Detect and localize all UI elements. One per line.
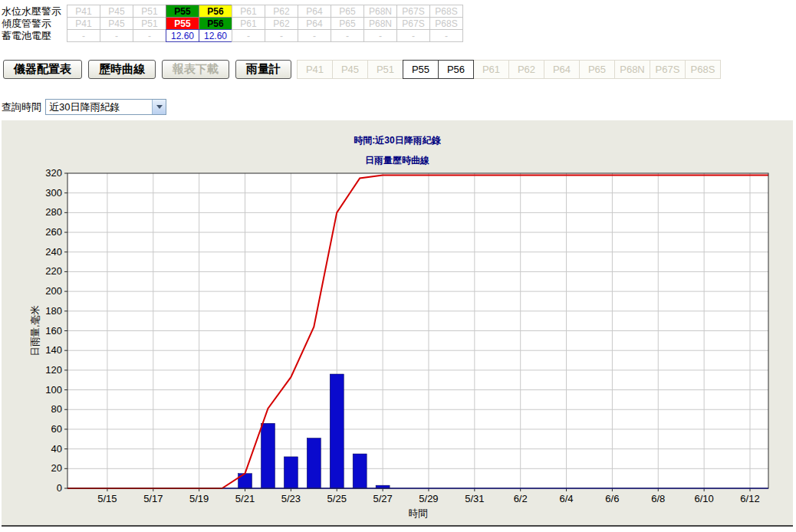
chart-subtitle: 日雨量歷時曲線 xyxy=(2,154,793,167)
bar-5-25 xyxy=(330,374,344,488)
rainfall-chart: 0204060801001201401601802002202402602803… xyxy=(2,169,791,524)
status-cell-2--: - xyxy=(133,29,166,42)
status-cell-2--: - xyxy=(363,29,397,42)
x-tick-label: 6/10 xyxy=(694,493,713,504)
y-tick-label: 300 xyxy=(45,187,62,199)
x-tick-label: 5/23 xyxy=(281,493,301,504)
status-row-0: 水位水壓警示P41P45P51P55P56P61P62P64P65P68NP67… xyxy=(2,5,796,18)
y-tick-label: 60 xyxy=(51,423,62,435)
chevron-down-icon xyxy=(156,105,163,109)
x-axis-title: 時間 xyxy=(409,508,428,519)
station-tab-P64: P64 xyxy=(544,60,580,79)
station-tab-P68N: P68N xyxy=(614,60,650,79)
status-cell-1-P64: P64 xyxy=(298,17,331,30)
x-tick-label: 5/25 xyxy=(327,493,347,504)
status-row-2: 蓄電池電壓---12.6012.60------- xyxy=(2,29,796,42)
status-cell-0-P45: P45 xyxy=(100,5,133,18)
station-tab-P55[interactable]: P55 xyxy=(403,60,439,79)
status-row-label: 蓄電池電壓 xyxy=(2,29,67,42)
query-time-label: 查詢時間 xyxy=(2,100,41,114)
station-tab-P62: P62 xyxy=(508,60,544,79)
station-tab-P41: P41 xyxy=(297,60,333,79)
status-cell-1-P41: P41 xyxy=(67,17,100,30)
x-tick-label: 5/15 xyxy=(97,493,117,504)
y-tick-label: 220 xyxy=(45,265,62,277)
y-tick-label: 40 xyxy=(51,443,62,455)
x-tick-label: 6/8 xyxy=(651,493,665,504)
status-row-label: 傾度管警示 xyxy=(2,17,67,30)
status-cell-1-P61: P61 xyxy=(232,17,265,30)
y-tick-label: 240 xyxy=(45,246,62,258)
status-cell-2-12_60: 12.60 xyxy=(166,29,199,42)
status-cell-0-P64: P64 xyxy=(298,5,331,18)
station-tab-P51: P51 xyxy=(367,60,403,79)
station-tab-P56[interactable]: P56 xyxy=(438,60,474,79)
status-cell-1-P67S: P67S xyxy=(396,17,430,30)
status-cell-1-P56[interactable]: P56 xyxy=(199,17,232,30)
y-tick-label: 140 xyxy=(45,344,62,356)
monitoring-page: 水位水壓警示P41P45P51P55P56P61P62P64P65P68NP67… xyxy=(0,0,796,527)
toolbar-button-1[interactable]: 儀器配置表 xyxy=(3,60,82,79)
status-cell-1-P65: P65 xyxy=(331,17,364,30)
station-tab-P68S: P68S xyxy=(685,60,721,79)
status-cell-0-P68S: P68S xyxy=(429,5,463,18)
status-cell-1-P68N: P68N xyxy=(363,17,397,30)
alert-status-table: 水位水壓警示P41P45P51P55P56P61P62P64P65P68NP67… xyxy=(2,5,796,42)
y-axis-title: 日雨量,毫米 xyxy=(30,305,41,356)
station-tab-P65: P65 xyxy=(579,60,615,79)
toolbar-buttons: 儀器配置表歷時曲線報表下載雨量計 xyxy=(3,60,298,79)
toolbar-button-2[interactable]: 歷時曲線 xyxy=(88,60,156,79)
status-cell-0-P68N: P68N xyxy=(363,5,397,18)
bar-5-26 xyxy=(353,454,367,488)
status-row-1: 傾度管警示P41P45P51P55P56P61P62P64P65P68NP67S… xyxy=(2,17,796,30)
y-tick-label: 20 xyxy=(51,462,62,474)
y-tick-label: 100 xyxy=(45,384,62,396)
y-tick-label: 260 xyxy=(45,226,62,238)
station-tab-P45: P45 xyxy=(332,60,368,79)
status-cell-1-P45: P45 xyxy=(100,17,133,30)
station-tabs: P41P45P51P55P56P61P62P64P65P68NP67SP68S xyxy=(298,60,721,79)
x-tick-label: 6/6 xyxy=(605,493,619,504)
y-tick-label: 200 xyxy=(45,285,62,297)
status-row-label: 水位水壓警示 xyxy=(2,5,67,18)
x-tick-label: 5/31 xyxy=(465,493,484,504)
y-tick-label: 180 xyxy=(45,305,62,317)
y-tick-label: 0 xyxy=(57,482,62,494)
x-tick-label: 6/12 xyxy=(740,493,759,504)
query-time-select[interactable]: 近30日降雨紀錄 xyxy=(45,99,166,115)
query-row: 查詢時間 近30日降雨紀錄 xyxy=(2,99,796,115)
y-tick-label: 80 xyxy=(51,403,62,415)
y-tick-label: 280 xyxy=(45,206,62,218)
bar-5-27 xyxy=(376,485,390,488)
query-time-selected-value: 近30日降雨紀錄 xyxy=(46,100,152,114)
status-cell-0-P55[interactable]: P55 xyxy=(166,5,199,18)
chart-title: 時間:近30日降雨紀錄 xyxy=(2,134,793,147)
y-tick-label: 160 xyxy=(45,325,62,337)
x-tick-label: 6/4 xyxy=(560,493,574,504)
bar-5-22 xyxy=(261,423,275,488)
x-tick-label: 6/2 xyxy=(514,493,528,504)
toolbar-button-4[interactable]: 雨量計 xyxy=(235,60,291,79)
status-cell-2--: - xyxy=(429,29,463,42)
status-cell-2--: - xyxy=(331,29,364,42)
chart-panel: 時間:近30日降雨紀錄 日雨量歷時曲線 02040608010012014016… xyxy=(2,120,793,527)
status-cell-2-12_60: 12.60 xyxy=(199,29,232,42)
status-cell-0-P51: P51 xyxy=(133,5,166,18)
status-cell-1-P51: P51 xyxy=(133,17,166,30)
toolbar-button-3: 報表下載 xyxy=(162,60,229,79)
x-tick-label: 5/27 xyxy=(373,493,392,504)
combo-dropdown-button[interactable] xyxy=(152,100,166,114)
toolbar: 儀器配置表歷時曲線報表下載雨量計 P41P45P51P55P56P61P62P6… xyxy=(3,60,796,79)
y-tick-label: 320 xyxy=(45,169,62,179)
bar-5-24 xyxy=(307,438,321,488)
status-cell-2--: - xyxy=(396,29,430,42)
status-cell-0-P62: P62 xyxy=(265,5,298,18)
status-cell-1-P55[interactable]: P55 xyxy=(166,17,199,30)
x-tick-label: 5/19 xyxy=(189,493,209,504)
y-tick-label: 120 xyxy=(45,364,62,376)
x-tick-label: 5/17 xyxy=(143,493,163,504)
status-cell-2--: - xyxy=(67,29,100,42)
status-cell-0-P56[interactable]: P56 xyxy=(199,5,232,18)
status-cell-2--: - xyxy=(100,29,133,42)
bar-5-23 xyxy=(284,457,298,488)
